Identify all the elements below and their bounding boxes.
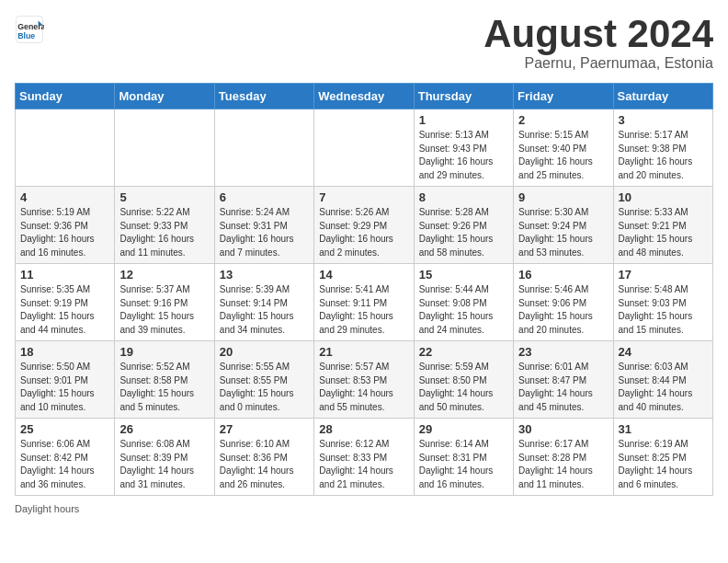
day-number: 29 (419, 422, 508, 436)
day-cell: 22Sunrise: 5:59 AMSunset: 8:50 PMDayligh… (414, 341, 513, 419)
weekday-header-thursday: Thursday (414, 84, 513, 109)
day-cell: 24Sunrise: 6:03 AMSunset: 8:44 PMDayligh… (613, 341, 712, 419)
day-number: 25 (20, 422, 109, 436)
day-cell: 6Sunrise: 5:24 AMSunset: 9:31 PMDaylight… (214, 187, 313, 264)
day-info: Sunrise: 5:55 AMSunset: 8:55 PMDaylight:… (220, 361, 309, 414)
day-info: Sunrise: 5:30 AMSunset: 9:24 PMDaylight:… (518, 206, 608, 259)
day-info: Sunrise: 5:15 AMSunset: 9:40 PMDaylight:… (518, 129, 608, 182)
day-info: Sunrise: 5:50 AMSunset: 9:01 PMDaylight:… (20, 361, 109, 414)
day-info: Sunrise: 5:37 AMSunset: 9:16 PMDaylight:… (119, 283, 209, 337)
day-info: Sunrise: 5:26 AMSunset: 9:29 PMDaylight:… (319, 206, 408, 259)
calendar-table: SundayMondayTuesdayWednesdayThursdayFrid… (15, 83, 713, 496)
day-number: 3 (619, 113, 708, 127)
day-info: Sunrise: 5:22 AMSunset: 9:33 PMDaylight:… (119, 206, 209, 259)
day-number: 22 (419, 345, 508, 359)
day-cell: 19Sunrise: 5:52 AMSunset: 8:58 PMDayligh… (115, 341, 214, 419)
day-number: 31 (619, 422, 708, 436)
day-info: Sunrise: 5:57 AMSunset: 8:53 PMDaylight:… (319, 361, 408, 414)
day-cell: 27Sunrise: 6:10 AMSunset: 8:36 PMDayligh… (214, 419, 313, 496)
day-info: Sunrise: 6:12 AMSunset: 8:33 PMDaylight:… (319, 438, 408, 491)
day-cell: 9Sunrise: 5:30 AMSunset: 9:24 PMDaylight… (514, 187, 613, 264)
day-cell (16, 109, 115, 187)
day-info: Sunrise: 5:28 AMSunset: 9:26 PMDaylight:… (419, 206, 508, 259)
day-number: 2 (518, 113, 608, 127)
week-row-1: 1Sunrise: 5:13 AMSunset: 9:43 PMDaylight… (16, 109, 713, 187)
day-cell: 29Sunrise: 6:14 AMSunset: 8:31 PMDayligh… (414, 419, 513, 496)
day-cell: 31Sunrise: 6:19 AMSunset: 8:25 PMDayligh… (613, 419, 712, 496)
day-number: 10 (619, 190, 708, 204)
day-cell: 23Sunrise: 6:01 AMSunset: 8:47 PMDayligh… (514, 341, 613, 419)
day-number: 21 (319, 345, 408, 359)
day-info: Sunrise: 6:08 AMSunset: 8:39 PMDaylight:… (119, 438, 209, 491)
day-cell: 30Sunrise: 6:17 AMSunset: 8:28 PMDayligh… (514, 419, 613, 496)
day-number: 5 (119, 190, 209, 204)
week-row-5: 25Sunrise: 6:06 AMSunset: 8:42 PMDayligh… (16, 419, 713, 496)
day-info: Sunrise: 5:48 AMSunset: 9:03 PMDaylight:… (619, 283, 708, 337)
day-number: 24 (619, 345, 708, 359)
day-info: Sunrise: 5:44 AMSunset: 9:08 PMDaylight:… (419, 283, 508, 337)
day-cell: 15Sunrise: 5:44 AMSunset: 9:08 PMDayligh… (414, 264, 513, 341)
day-cell: 13Sunrise: 5:39 AMSunset: 9:14 PMDayligh… (214, 264, 313, 341)
weekday-header-wednesday: Wednesday (314, 84, 414, 109)
day-number: 6 (220, 190, 309, 204)
day-info: Sunrise: 5:39 AMSunset: 9:14 PMDaylight:… (220, 283, 309, 337)
day-number: 4 (20, 190, 109, 204)
day-cell: 7Sunrise: 5:26 AMSunset: 9:29 PMDaylight… (314, 187, 414, 264)
day-cell: 17Sunrise: 5:48 AMSunset: 9:03 PMDayligh… (613, 264, 712, 341)
day-cell: 16Sunrise: 5:46 AMSunset: 9:06 PMDayligh… (514, 264, 613, 341)
day-info: Sunrise: 5:13 AMSunset: 9:43 PMDaylight:… (419, 129, 508, 182)
day-info: Sunrise: 6:17 AMSunset: 8:28 PMDaylight:… (518, 438, 608, 491)
weekday-header-sunday: Sunday (16, 84, 115, 109)
svg-text:Blue: Blue (17, 31, 35, 40)
day-number: 27 (220, 422, 309, 436)
day-cell: 26Sunrise: 6:08 AMSunset: 8:39 PMDayligh… (115, 419, 214, 496)
day-info: Sunrise: 5:46 AMSunset: 9:06 PMDaylight:… (518, 283, 608, 337)
day-info: Sunrise: 5:24 AMSunset: 9:31 PMDaylight:… (220, 206, 309, 259)
day-cell: 5Sunrise: 5:22 AMSunset: 9:33 PMDaylight… (115, 187, 214, 264)
day-number: 7 (319, 190, 408, 204)
day-info: Sunrise: 6:01 AMSunset: 8:47 PMDaylight:… (518, 361, 608, 414)
day-cell (314, 109, 414, 187)
day-cell: 20Sunrise: 5:55 AMSunset: 8:55 PMDayligh… (214, 341, 313, 419)
day-info: Sunrise: 6:14 AMSunset: 8:31 PMDaylight:… (419, 438, 508, 491)
day-number: 11 (20, 268, 109, 282)
day-cell: 28Sunrise: 6:12 AMSunset: 8:33 PMDayligh… (314, 419, 414, 496)
title-block: August 2024 Paernu, Paernumaa, Estonia (483, 15, 713, 72)
month-title: August 2024 (483, 15, 713, 53)
day-info: Sunrise: 6:06 AMSunset: 8:42 PMDaylight:… (20, 438, 109, 491)
day-number: 16 (518, 268, 608, 282)
daylight-label: Daylight hours (15, 503, 79, 514)
day-cell: 21Sunrise: 5:57 AMSunset: 8:53 PMDayligh… (314, 341, 414, 419)
weekday-header-row: SundayMondayTuesdayWednesdayThursdayFrid… (16, 84, 713, 109)
day-cell: 14Sunrise: 5:41 AMSunset: 9:11 PMDayligh… (314, 264, 414, 341)
day-number: 17 (619, 268, 708, 282)
week-row-2: 4Sunrise: 5:19 AMSunset: 9:36 PMDaylight… (16, 187, 713, 264)
week-row-4: 18Sunrise: 5:50 AMSunset: 9:01 PMDayligh… (16, 341, 713, 419)
day-number: 23 (518, 345, 608, 359)
day-number: 12 (119, 268, 209, 282)
day-cell: 1Sunrise: 5:13 AMSunset: 9:43 PMDaylight… (414, 109, 513, 187)
day-cell (214, 109, 313, 187)
day-cell: 11Sunrise: 5:35 AMSunset: 9:19 PMDayligh… (16, 264, 115, 341)
logo: General Blue (15, 15, 44, 44)
day-info: Sunrise: 5:52 AMSunset: 8:58 PMDaylight:… (119, 361, 209, 414)
day-cell: 25Sunrise: 6:06 AMSunset: 8:42 PMDayligh… (16, 419, 115, 496)
day-number: 26 (119, 422, 209, 436)
day-info: Sunrise: 5:33 AMSunset: 9:21 PMDaylight:… (619, 206, 708, 259)
weekday-header-tuesday: Tuesday (214, 84, 313, 109)
day-number: 19 (119, 345, 209, 359)
logo-icon: General Blue (15, 15, 44, 44)
day-number: 18 (20, 345, 109, 359)
day-cell: 8Sunrise: 5:28 AMSunset: 9:26 PMDaylight… (414, 187, 513, 264)
weekday-header-saturday: Saturday (613, 84, 712, 109)
day-cell (115, 109, 214, 187)
day-number: 28 (319, 422, 408, 436)
day-number: 20 (220, 345, 309, 359)
day-info: Sunrise: 5:19 AMSunset: 9:36 PMDaylight:… (20, 206, 109, 259)
day-number: 30 (518, 422, 608, 436)
day-number: 1 (419, 113, 508, 127)
day-number: 13 (220, 268, 309, 282)
day-cell: 18Sunrise: 5:50 AMSunset: 9:01 PMDayligh… (16, 341, 115, 419)
day-info: Sunrise: 6:10 AMSunset: 8:36 PMDaylight:… (220, 438, 309, 491)
weekday-header-friday: Friday (514, 84, 613, 109)
